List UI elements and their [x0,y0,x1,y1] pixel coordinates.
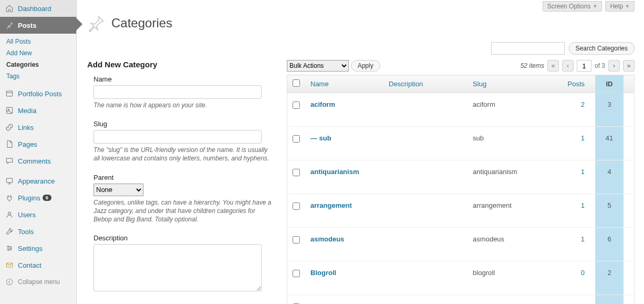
sidebar-item-contact[interactable]: Contact [0,257,76,273]
slug-label: Slug [94,120,276,128]
page-next-button[interactable]: › [608,60,620,72]
sidebar-collapse[interactable]: Collapse menu [0,273,76,290]
sidebar-sub-categories[interactable]: Categories [0,59,76,70]
sidebar-tools-label: Tools [18,228,34,236]
parent-label: Parent [94,174,276,181]
sidebar-item-appearance[interactable]: Appearance [0,173,76,189]
sidebar-item-posts[interactable]: Posts [0,17,76,34]
description-label: Description [94,234,276,242]
pagination: 52 items « ‹ of 3 › » [521,60,635,72]
top-options-bar: Screen Options▼ Help▼ [543,1,635,12]
row-checkbox[interactable] [293,202,300,210]
row-id: 6 [595,228,624,261]
categories-table: Name Description Slug Posts ID aciformac… [287,75,635,304]
row-posts[interactable]: 1 [552,295,595,305]
sidebar-item-plugins[interactable]: Plugins 6 [0,189,76,206]
slug-input[interactable] [94,130,262,144]
row-posts[interactable]: 1 [552,127,595,160]
sidebar-item-tools[interactable]: Tools [0,223,76,240]
row-posts[interactable]: 1 [552,228,595,261]
search-button[interactable]: Search Categories [569,42,635,55]
row-desc [383,295,468,305]
slug-help: The "slug" is the URL-friendly version o… [94,146,272,163]
table-row: antiquarianismantiquarianism14 [287,160,635,194]
row-desc [383,160,468,194]
media-icon [4,105,15,116]
screen-options-button[interactable]: Screen Options▼ [543,1,603,12]
row-posts[interactable]: 2 [552,93,595,127]
table-nav: Bulk Actions Apply 52 items « ‹ of 3 › » [287,60,635,72]
svg-point-5 [7,246,8,247]
page-last-button[interactable]: » [623,60,635,72]
home-icon [4,3,15,14]
col-checkbox [287,75,306,93]
row-name-link[interactable]: aciform [310,100,335,108]
sidebar-item-portfolio[interactable]: Portfolio Posts [0,85,76,102]
sidebar-item-dashboard[interactable]: Dashboard [0,0,76,17]
sidebar-item-comments[interactable]: Comments [0,153,76,169]
table-row: arrangementarrangement15 [287,194,635,228]
svg-point-4 [8,212,11,215]
sidebar-item-settings[interactable]: Settings [0,240,76,257]
name-label: Name [94,75,276,83]
links-icon [4,122,15,133]
row-spacer [624,228,635,261]
svg-point-9 [6,279,12,285]
row-spacer [624,261,635,295]
sidebar-sub-tags[interactable]: Tags [0,70,76,82]
sidebar-item-users[interactable]: Users [0,206,76,223]
search-input[interactable] [491,42,565,55]
pin-icon [4,20,15,31]
row-spacer [624,295,635,305]
col-name[interactable]: Name [305,75,383,93]
row-posts[interactable]: 1 [552,160,595,194]
row-name-link[interactable]: asmodeus [310,235,344,243]
row-name-link[interactable]: arrangement [310,201,352,209]
page-first-button[interactable]: « [547,60,559,72]
bulk-actions-select[interactable]: Bulk Actions [287,60,349,72]
sidebar-sub-all-posts[interactable]: All Posts [0,36,76,47]
row-checkbox[interactable] [293,270,300,277]
page-prev-button[interactable]: ‹ [562,60,574,72]
sidebar-contact-label: Contact [18,261,41,269]
row-id: 3 [595,93,624,127]
row-name-link[interactable]: Blogroll [310,269,336,277]
col-slug[interactable]: Slug [468,75,552,93]
description-input[interactable] [94,244,262,291]
parent-help: Categories, unlike tags, can have a hier… [94,198,272,224]
select-all-checkbox[interactable] [293,79,300,87]
help-button[interactable]: Help▼ [605,1,635,12]
settings-icon [4,243,15,254]
page-input[interactable] [577,60,591,72]
sidebar-item-media[interactable]: Media [0,102,76,119]
row-posts[interactable]: 1 [552,194,595,228]
sidebar-settings-label: Settings [18,245,43,252]
sidebar-item-links[interactable]: Links [0,119,76,136]
row-posts[interactable]: 0 [552,261,595,295]
row-checkbox[interactable] [293,102,300,109]
col-posts[interactable]: Posts [552,75,595,93]
comments-icon [4,156,15,166]
svg-point-6 [10,248,11,249]
screen-options-label: Screen Options [547,3,591,10]
row-desc [383,93,468,127]
row-name-link[interactable]: antiquarianism [310,168,359,176]
apply-button[interactable]: Apply [351,60,380,72]
admin-sidebar: Dashboard Posts All Posts Add New Catego… [0,0,77,304]
sidebar-sub-add-new[interactable]: Add New [0,47,76,59]
name-input[interactable] [94,85,262,99]
row-desc [383,261,468,295]
sidebar-plugins-label: Plugins [18,194,40,202]
col-id[interactable]: ID [595,75,624,93]
row-checkbox[interactable] [293,169,300,176]
row-slug: broder [468,295,552,305]
row-name-link[interactable]: — sub [310,134,331,142]
row-checkbox[interactable] [293,135,300,143]
page-header: Categories [87,14,635,33]
sidebar-item-pages[interactable]: Pages [0,136,76,153]
row-checkbox[interactable] [293,236,300,244]
sidebar-posts-label: Posts [18,22,36,29]
sidebar-pages-label: Pages [18,140,37,148]
parent-select[interactable]: None [94,184,143,196]
col-description[interactable]: Description [383,75,468,93]
